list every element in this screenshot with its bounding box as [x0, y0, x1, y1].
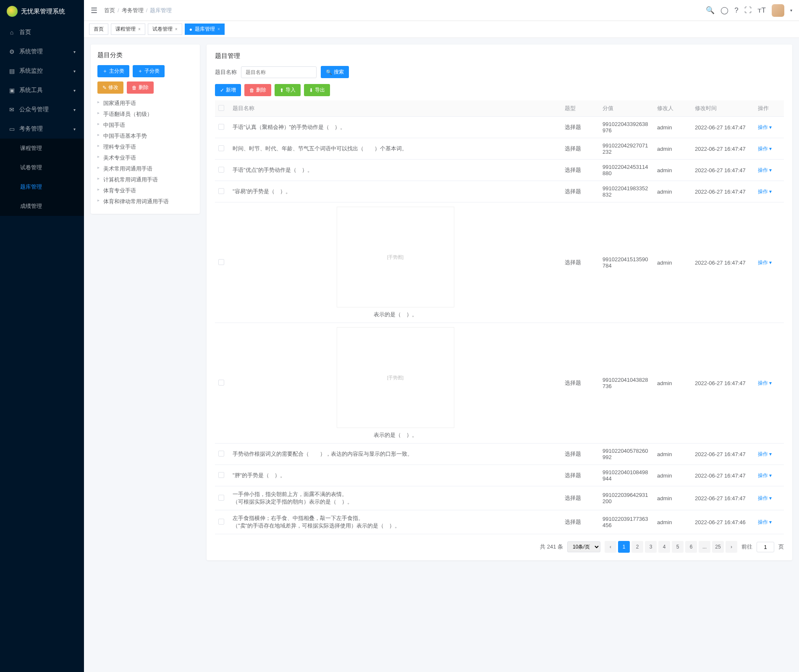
row-checkbox[interactable]	[218, 519, 224, 525]
operate-dropdown[interactable]: 操作 ▾	[758, 167, 772, 174]
cell-editor: admin	[654, 117, 692, 138]
operate-dropdown[interactable]: 操作 ▾	[758, 380, 772, 387]
goto-label: 前往	[741, 543, 752, 551]
close-icon[interactable]: ×	[175, 27, 178, 32]
submenu-question[interactable]: 题库管理	[0, 177, 84, 197]
cell-time: 2022-06-27 16:47:47	[692, 486, 754, 510]
page-button[interactable]: 3	[645, 541, 657, 553]
home-icon: ⌂	[8, 29, 15, 36]
cell-time: 2022-06-27 16:47:47	[692, 160, 754, 181]
dropdown-icon[interactable]: ▾	[790, 8, 792, 13]
tree-item[interactable]: 国家通用手语	[97, 98, 193, 109]
tree-item[interactable]: 美术常用词通用手语	[97, 163, 193, 174]
operate-dropdown[interactable]: 操作 ▾	[758, 145, 772, 152]
tree-item[interactable]: 中国手语	[97, 120, 193, 131]
tree-item[interactable]: 美术专业手语	[97, 152, 193, 163]
avatar[interactable]	[772, 4, 784, 17]
submenu-score[interactable]: 成绩管理	[0, 197, 84, 216]
main-area: ☰ 首页 / 考务管理 / 题库管理 🔍 ◯ ? ⛶ ᴛT ▾ 首页 课程管理×…	[84, 0, 799, 672]
row-checkbox[interactable]	[218, 188, 224, 194]
main-category-button[interactable]: ＋ 主分类	[97, 65, 129, 77]
tool-icon: ▣	[8, 87, 15, 94]
search-input[interactable]	[241, 66, 317, 78]
page-size-select[interactable]: 10条/页	[567, 541, 600, 552]
delete-category-button[interactable]: 🗑 删除	[127, 81, 154, 94]
tree-item[interactable]: 手语翻译员（初级）	[97, 109, 193, 120]
pagination: 共 241 条 10条/页 ‹123456...25› 前往 页	[215, 541, 784, 553]
menu-tools[interactable]: ▣ 系统工具 ▾	[0, 81, 84, 100]
prev-page-button[interactable]: ‹	[605, 541, 616, 553]
cell-name: 时间、时节、时代、年龄、节气五个词语中可以找出（ ）个基本词。	[229, 138, 561, 160]
row-checkbox[interactable]	[218, 259, 224, 265]
breadcrumb-home[interactable]: 首页	[104, 7, 115, 14]
breadcrumb-parent[interactable]: 考务管理	[122, 7, 144, 14]
tab-paper[interactable]: 试卷管理×	[148, 24, 182, 35]
fontsize-icon[interactable]: ᴛT	[757, 6, 766, 15]
hamburger-icon[interactable]: ☰	[91, 6, 97, 15]
submenu-paper[interactable]: 试卷管理	[0, 158, 84, 177]
tab-home[interactable]: 首页	[89, 24, 108, 35]
search-button[interactable]: 🔍 搜索	[321, 66, 349, 78]
table-row: 手语"认真（聚精会神）"的手势动作是（ ）。 选择题 9910220433926…	[215, 117, 784, 138]
page-button[interactable]: 5	[672, 541, 684, 553]
operate-dropdown[interactable]: 操作 ▾	[758, 472, 772, 479]
chevron-down-icon: ▾	[73, 69, 76, 74]
page-button[interactable]: 25	[712, 541, 724, 553]
table-row: "容易"的手势是（ ）。 选择题 991022041983352832 admi…	[215, 181, 784, 202]
add-button[interactable]: ✓ 新增	[215, 84, 241, 96]
cell-name: [手势图]表示的是（ ）。	[229, 323, 561, 444]
row-checkbox[interactable]	[218, 380, 224, 386]
topbar: ☰ 首页 / 考务管理 / 题库管理 🔍 ◯ ? ⛶ ᴛT ▾	[84, 0, 799, 21]
cell-type: 选择题	[561, 323, 599, 444]
github-icon[interactable]: ◯	[720, 6, 728, 15]
tree-item[interactable]: 体育和律动常用词通用手语	[97, 196, 193, 207]
chevron-down-icon: ▾	[73, 127, 76, 131]
menu-home[interactable]: ⌂ 首页	[0, 23, 84, 42]
tree-item[interactable]: 计算机常用词通用手语	[97, 174, 193, 185]
help-icon[interactable]: ?	[734, 6, 738, 15]
row-checkbox[interactable]	[218, 124, 224, 130]
operate-dropdown[interactable]: 操作 ▾	[758, 451, 772, 458]
row-checkbox[interactable]	[218, 167, 224, 173]
import-button[interactable]: ⬆ 导入	[275, 84, 301, 96]
tree-item[interactable]: 体育专业手语	[97, 185, 193, 196]
goto-input[interactable]	[757, 542, 774, 552]
sub-category-button[interactable]: ＋ 子分类	[133, 65, 165, 77]
operate-dropdown[interactable]: 操作 ▾	[758, 519, 772, 526]
close-icon[interactable]: ×	[138, 27, 141, 32]
close-icon[interactable]: ×	[217, 27, 220, 32]
page-button[interactable]: 6	[685, 541, 697, 553]
operate-dropdown[interactable]: 操作 ▾	[758, 124, 772, 131]
gear-icon: ⚙	[8, 48, 15, 55]
operate-dropdown[interactable]: 操作 ▾	[758, 495, 772, 502]
menu-exam[interactable]: ▭ 考务管理 ▾	[0, 119, 84, 139]
tab-course[interactable]: 课程管理×	[111, 24, 145, 35]
search-icon[interactable]: 🔍	[706, 6, 715, 15]
table-row: 一手伸小指，指尖朝前上方，面露不满的表情。（可根据实际决定手指的朝向）表示的是（…	[215, 486, 784, 510]
export-button[interactable]: ⬇ 导出	[304, 84, 330, 96]
tree-item[interactable]: 理科专业手语	[97, 142, 193, 152]
page-button[interactable]: 1	[618, 541, 630, 553]
operate-dropdown[interactable]: 操作 ▾	[758, 259, 772, 266]
page-suffix: 页	[778, 543, 784, 551]
submenu-course[interactable]: 课程管理	[0, 139, 84, 158]
row-checkbox[interactable]	[218, 145, 224, 151]
menu-wechat[interactable]: ✉ 公众号管理 ▾	[0, 100, 84, 119]
row-checkbox[interactable]	[218, 472, 224, 478]
operate-dropdown[interactable]: 操作 ▾	[758, 188, 772, 195]
page-button[interactable]: 2	[631, 541, 643, 553]
fullscreen-icon[interactable]: ⛶	[744, 6, 752, 15]
page-button[interactable]: ...	[699, 541, 710, 553]
row-checkbox[interactable]	[218, 495, 224, 501]
tab-question[interactable]: ●题库管理×	[185, 24, 225, 35]
delete-button[interactable]: 🗑 删除	[244, 84, 271, 96]
next-page-button[interactable]: ›	[726, 541, 737, 553]
row-checkbox[interactable]	[218, 451, 224, 457]
menu-system[interactable]: ⚙ 系统管理 ▾	[0, 42, 84, 61]
menu-monitor[interactable]: ▤ 系统监控 ▾	[0, 61, 84, 81]
page-button[interactable]: 4	[658, 541, 670, 553]
cell-type: 选择题	[561, 444, 599, 465]
select-all-checkbox[interactable]	[218, 105, 224, 111]
edit-category-button[interactable]: ✎ 修改	[97, 81, 123, 94]
tree-item[interactable]: 中国手语基本手势	[97, 131, 193, 142]
